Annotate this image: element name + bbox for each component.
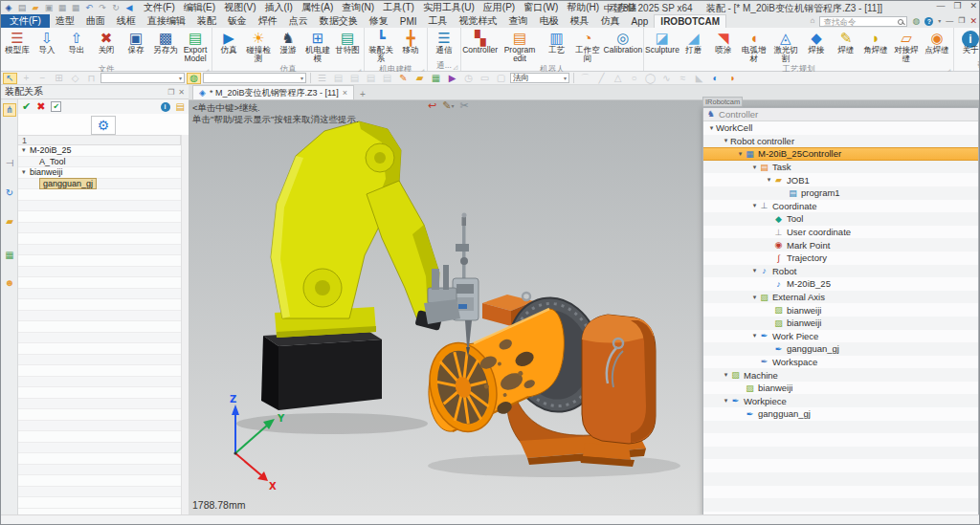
ribbon-button-激光切割[interactable]: ◬激光切割 (770, 29, 801, 64)
manager-assembly-tree-button[interactable]: ⋔ (3, 103, 16, 117)
controller-tree-item-Tool[interactable]: ◆Tool (703, 212, 978, 226)
menu-工具T[interactable]: 工具(T) (383, 1, 414, 14)
brush-button[interactable]: ✎ (396, 73, 411, 84)
ribbon-tab-装配[interactable]: 装配 (191, 14, 222, 28)
ribbon-button-关于[interactable]: i关于 (956, 29, 980, 55)
controller-tree-item-Work Piece[interactable]: ▾✒Work Piece (703, 330, 978, 343)
assembly-scrollbar[interactable] (181, 135, 189, 514)
ribbon-tab-造型[interactable]: 造型 (50, 14, 80, 28)
confirm-icon[interactable]: ✔ (22, 101, 31, 112)
ribbon-tab-视觉样式[interactable]: 视觉样式 (454, 14, 503, 28)
ribbon-button-漫游[interactable]: ♞漫游 (274, 29, 302, 55)
controller-tree-item-Mark Point[interactable]: ◉Mark Point (703, 238, 978, 252)
ribbon-button-Calibration[interactable]: ◎Calibration (605, 29, 642, 55)
tab-close-icon[interactable]: × (343, 88, 347, 98)
controller-tree-item-Robot[interactable]: ▾♪Robot (703, 265, 978, 278)
ribbon-tab-数据交换[interactable]: 数据交换 (314, 14, 364, 28)
controller-tree-item-User coordinate[interactable]: ⊥User coordinate (703, 226, 978, 239)
controller-tree-item-gangguan_gj[interactable]: ✒gangguan_gj (703, 407, 978, 421)
assembly-row-A_Tool[interactable]: A_Tool (18, 157, 181, 168)
search-input[interactable]: 查找命令 (819, 16, 907, 27)
ribbon-tab-焊件[interactable]: 焊件 (253, 14, 283, 28)
assembly-row-M-20iB_25[interactable]: ▾M-20iB_25 (18, 145, 181, 157)
document-tab[interactable]: ◈ * M_20iB变位机钢管程序.Z3 - [11] × (192, 85, 354, 99)
controller-dock-tab[interactable]: IRobotcam (702, 97, 743, 107)
controller-tree-item-program1[interactable]: ▤program1 (703, 186, 978, 200)
controller-tree-item-Machine[interactable]: ▾▨Machine (703, 368, 978, 382)
caret-down-icon[interactable]: ▾ (179, 75, 182, 81)
caret-down-icon[interactable]: ▾ (301, 75, 303, 81)
menu-实用工具U[interactable]: 实用工具(U) (423, 1, 475, 14)
expand-chevron-icon[interactable]: ▾ (750, 202, 759, 209)
globe-icon[interactable]: ◍ (912, 17, 920, 26)
ribbon-tab-查询[interactable]: 查询 (503, 14, 534, 28)
ribbon-tab-曲面[interactable]: 曲面 (80, 14, 111, 28)
ribbon-button-关闭[interactable]: ✖关闭 (92, 29, 121, 55)
normal-combo[interactable]: 法向▾ (510, 73, 569, 83)
ribbon-tab-线框[interactable]: 线框 (111, 14, 142, 28)
select-pointer-button[interactable]: ↖ (3, 73, 17, 84)
expand-chevron-icon[interactable]: ▾ (736, 150, 745, 158)
new-tab-button[interactable]: + (360, 89, 366, 99)
group-launcher-icon[interactable]: ◿ (453, 63, 457, 70)
assembly-row-gangguan_gj[interactable]: gangguan_gj (18, 179, 181, 190)
manager-user-button[interactable]: ☻ (3, 276, 16, 290)
close-button[interactable]: ✕ (969, 1, 977, 11)
cancel-icon[interactable]: ✖ (36, 101, 45, 112)
menu-属性A[interactable]: 属性(A) (301, 1, 333, 14)
help-icon[interactable]: ? (924, 17, 933, 26)
controller-tree-item-gangguan_gj[interactable]: ✒gangguan_gj (703, 342, 978, 356)
expand-chevron-icon[interactable]: ▾ (722, 137, 730, 144)
controller-tree-item-WorkCell[interactable]: ▾WorkCell (703, 121, 978, 135)
file-ribbon-tab[interactable]: 文件(F) (1, 14, 50, 28)
panel-close-icon[interactable]: ✕ (178, 88, 185, 97)
expand-chevron-icon[interactable]: ▾ (22, 146, 30, 154)
expand-chevron-icon[interactable]: ▾ (750, 294, 759, 301)
controller-tree-item-Coordinate[interactable]: ▾⊥Coordinate (703, 200, 978, 213)
controller-tree-item-M-20iB_25[interactable]: ♪M-20iB_25 (703, 277, 978, 291)
ribbon-button-机电建模[interactable]: ⊞机电建模 (303, 29, 332, 64)
ribbon-button-碰撞检测[interactable]: ☀碰撞检测 (244, 29, 273, 64)
ribbon-button-打磨[interactable]: ◢打磨 (679, 29, 708, 55)
controller-tree-item-bianweiji[interactable]: ▨bianweiji (703, 317, 978, 330)
mdi-restore-icon[interactable]: ❐ (958, 17, 965, 25)
restore-button[interactable]: ❐ (953, 1, 961, 11)
manager-constraint-button[interactable]: ⊣ (3, 157, 16, 170)
expand-chevron-icon[interactable]: ▾ (750, 267, 759, 274)
ribbon-button-工艺[interactable]: ▥工艺 (543, 29, 571, 55)
ribbon-button-甘特图[interactable]: ▤甘特图 (333, 29, 362, 55)
ribbon-tab-修复[interactable]: 修复 (364, 14, 394, 28)
expand-chevron-icon[interactable]: ▾ (722, 371, 730, 379)
minimize-button[interactable]: — (936, 1, 945, 11)
folder-button[interactable]: ▰ (412, 73, 427, 84)
view-combo[interactable]: ▾ (203, 73, 306, 83)
controller-panel-header[interactable]: ♞ Controller (703, 108, 978, 121)
expand-chevron-icon[interactable]: ▾ (22, 168, 30, 176)
ribbon-button-模型库[interactable]: ☰模型库 (3, 29, 32, 55)
ribbon-tab-钣金[interactable]: 钣金 (222, 14, 253, 28)
menu-插入I[interactable]: 插入(I) (264, 1, 292, 14)
caret-down-icon[interactable]: ▾ (938, 18, 941, 24)
menu-应用P[interactable]: 应用(P) (483, 1, 515, 14)
ribbon-button-工作空间[interactable]: ◔工作空间 (572, 29, 604, 64)
manager-library-button[interactable]: ▰ (3, 215, 16, 229)
expand-chevron-icon[interactable]: ▾ (707, 124, 716, 132)
menu-查询N[interactable]: 查询(N) (342, 1, 374, 14)
gear-button[interactable]: ⚙ (91, 116, 116, 135)
ribbon-button-保存[interactable]: ▣保存 (122, 29, 150, 55)
ribbon-button-角焊缝[interactable]: ◗角焊缝 (861, 29, 890, 55)
expand-chevron-icon[interactable]: ▾ (765, 176, 773, 184)
panel-float-icon[interactable]: ❐ (167, 88, 174, 97)
ribbon-button-焊缝[interactable]: ✎焊缝 (832, 29, 860, 55)
manager-render-image-button[interactable]: ▦ (3, 249, 16, 262)
controller-tree-item-External Axis[interactable]: ▾▨External Axis (703, 291, 978, 304)
controller-tree-item-Workpiece[interactable]: ▾✒Workpiece (703, 394, 978, 407)
ribbon-tab-IROBOTCAM[interactable]: IROBOTCAM (654, 14, 726, 28)
ribbon-tab-模具[interactable]: 模具 (565, 14, 595, 28)
controller-tree-item-Robot controller[interactable]: ▾Robot controller (703, 135, 978, 148)
ribbon-tab-工具[interactable]: 工具 (423, 14, 454, 28)
mdi-minimize-icon[interactable]: — (946, 17, 953, 25)
controller-tree-item-M-20iB_25Controller[interactable]: ▾▦M-20iB_25Controller (703, 147, 978, 161)
edit-display-icon[interactable]: ✂ (459, 100, 468, 111)
world-view-button[interactable]: ◍ (187, 73, 201, 84)
